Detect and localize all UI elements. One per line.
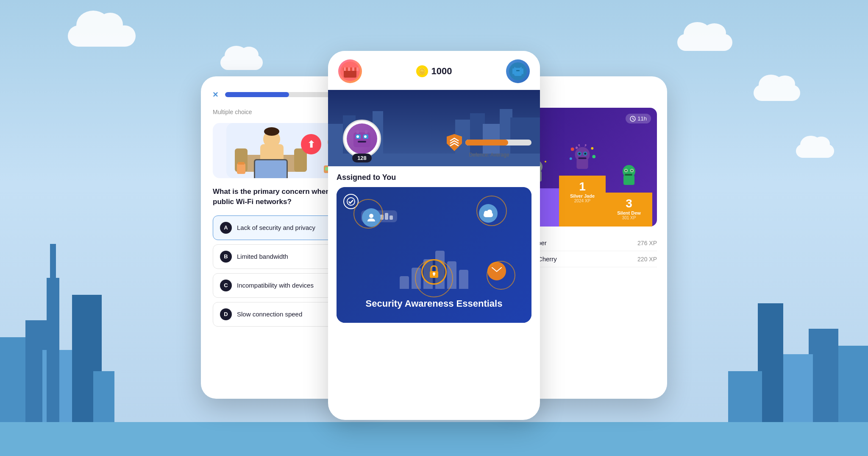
podium-robot-1st	[568, 144, 597, 174]
cloud-2	[677, 34, 732, 51]
coins-display: 🪙 1000	[416, 65, 452, 77]
phones-container: × Multiple choice	[201, 51, 667, 433]
svg-rect-20	[344, 67, 346, 71]
svg-rect-42	[353, 132, 370, 147]
svg-rect-26	[515, 65, 521, 68]
svg-line-62	[633, 119, 634, 120]
svg-rect-45	[358, 141, 366, 143]
lb-xp-2: 220 XP	[637, 256, 657, 263]
orbit-ring-user	[353, 199, 383, 229]
podium-block-gold: 1 Silver Jade 2024 XP	[559, 176, 606, 227]
podium-slot-3rd: 3 Silent Dew 301 XP	[606, 161, 652, 227]
svg-point-49	[364, 135, 367, 138]
option-letter-b: B	[220, 251, 232, 263]
svg-point-71	[545, 161, 546, 162]
svg-point-48	[356, 135, 359, 138]
svg-point-51	[347, 198, 355, 205]
backpack-avatar[interactable]	[506, 59, 530, 83]
defense-bar-outer	[465, 140, 531, 145]
cloud-5	[796, 144, 834, 158]
svg-point-94	[631, 170, 633, 171]
course-card[interactable]: $$$	[337, 187, 531, 323]
svg-rect-21	[348, 67, 350, 71]
coin-icon: 🪙	[416, 65, 428, 77]
mini-bar-3	[385, 213, 388, 220]
svg-point-6	[264, 127, 279, 136]
svg-rect-95	[625, 174, 632, 176]
defense-label: Defence: Average	[447, 152, 531, 158]
svg-rect-47	[365, 130, 367, 134]
assigned-section: Assigned to You $$$	[328, 166, 540, 328]
tower-top	[50, 244, 56, 278]
svg-point-83	[584, 153, 586, 155]
svg-rect-9	[237, 163, 245, 174]
defense-progress-bar	[447, 134, 531, 151]
podium-xp-gold: 2024 XP	[574, 199, 590, 203]
svg-point-75	[570, 157, 572, 160]
option-letter-d: D	[220, 308, 232, 320]
svg-rect-22	[352, 67, 354, 71]
clock-icon	[630, 116, 636, 122]
hero-banner: 128	[328, 90, 540, 166]
podium-rank-bronze: 3	[626, 197, 632, 210]
center-top-bar: 🪙 1000	[328, 51, 540, 90]
defense-bar-fill	[465, 140, 508, 145]
shop-avatar[interactable]	[338, 59, 362, 83]
svg-point-74	[591, 147, 593, 150]
svg-rect-29	[522, 68, 523, 74]
option-text-c: Incompatibility with devices	[237, 282, 314, 289]
lb-xp-1: 276 XP	[637, 240, 657, 246]
timer-badge: 11h	[626, 114, 651, 123]
chart-bar-6	[459, 270, 468, 289]
defense-shield-icon	[447, 134, 462, 151]
option-text-b: Limited bandwidth	[237, 253, 288, 260]
podium-slot-1st: 1 Silver Jade 2024 XP	[559, 144, 606, 227]
svg-rect-8	[255, 160, 287, 178]
svg-point-88	[585, 144, 587, 146]
robot-inner	[347, 123, 377, 154]
svg-point-93	[625, 170, 627, 171]
podium-name-bronze: Silent Dew	[617, 210, 641, 215]
robot-circle	[343, 120, 381, 158]
svg-rect-10	[238, 162, 245, 165]
defense-section: Defence: Average	[447, 134, 531, 158]
mini-bar-4	[389, 215, 393, 220]
orbit-ring-envelope	[487, 261, 515, 290]
orbit-ring-cloud	[476, 196, 507, 226]
option-text-a: Lack of security and privacy	[237, 224, 315, 231]
svg-marker-50	[447, 134, 462, 151]
svg-text:⬆: ⬆	[307, 139, 315, 150]
orbit-ring-lock	[415, 259, 453, 297]
phone-center: 🪙 1000	[328, 51, 540, 420]
progress-bar-fill	[225, 92, 289, 97]
svg-rect-84	[578, 157, 586, 159]
robot-level-badge: 128	[352, 154, 372, 162]
chart-bar-1	[400, 276, 409, 289]
podium-name-gold: Silver Jade	[570, 193, 595, 199]
option-text-d: Slow connection speed	[237, 311, 302, 318]
svg-rect-46	[356, 130, 359, 134]
cloud-4	[754, 85, 800, 101]
cloud-1	[68, 25, 136, 47]
coin-count: 1000	[431, 66, 452, 77]
podium-xp-bronze: 301 XP	[622, 215, 636, 220]
svg-point-82	[579, 153, 581, 155]
svg-rect-77	[575, 146, 578, 149]
podium-robot-3rd	[614, 161, 644, 191]
robot-character: 128	[341, 120, 383, 166]
timer-value: 11h	[637, 115, 647, 122]
svg-rect-23	[356, 67, 359, 71]
podium-block-bronze: 3 Silent Dew 301 XP	[606, 193, 652, 227]
svg-rect-79	[576, 158, 588, 169]
podium-rank-gold: 1	[579, 180, 586, 193]
svg-rect-28	[512, 68, 514, 74]
svg-point-76	[592, 155, 595, 158]
option-letter-c: C	[220, 280, 232, 291]
svg-point-73	[571, 148, 574, 151]
option-letter-a: A	[220, 222, 232, 234]
svg-point-86	[578, 144, 580, 146]
svg-rect-27	[516, 70, 520, 71]
assigned-title: Assigned to You	[337, 173, 531, 182]
close-button[interactable]: ×	[213, 89, 218, 100]
course-title: Security Awareness Essentials	[357, 298, 511, 310]
